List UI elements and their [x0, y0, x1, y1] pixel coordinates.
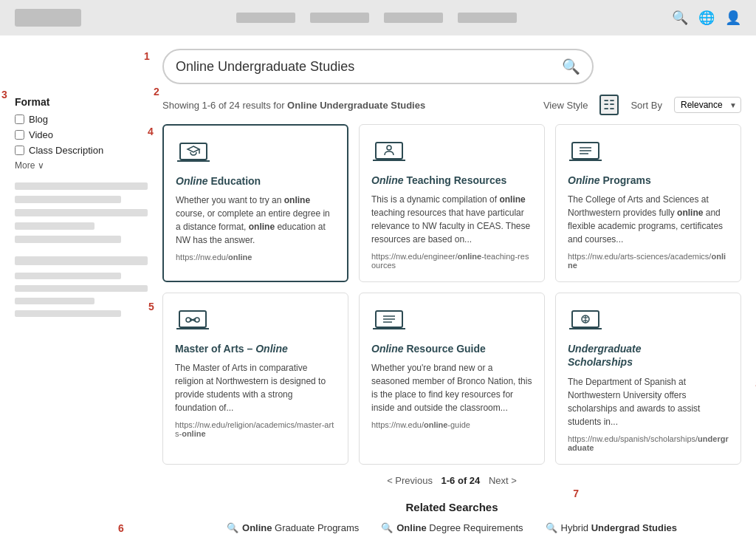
title-rest: Resource Guide [404, 343, 486, 355]
grid-view-button[interactable]: ☷ [599, 95, 619, 115]
filter-video: Video [15, 129, 148, 140]
card-master-arts[interactable]: 5 Master of Arts – Onlin [162, 293, 348, 464]
sidebar-format-title: Format [15, 96, 148, 108]
pagination: < Previous 1-6 of 24 Next > 7 [162, 465, 741, 493]
card-title: Online Programs [568, 174, 729, 187]
card-icon-laptop-list2 [371, 305, 407, 335]
skeleton-block [15, 285, 148, 292]
title-rest: Education [208, 175, 261, 187]
annotation-4: 4 [148, 126, 154, 137]
search-button[interactable]: 🔍 [562, 58, 580, 75]
title-highlight: Online [255, 343, 288, 355]
annotation-6: 6 [118, 522, 124, 534]
card-desc: Whether you want to try an online course… [176, 194, 335, 247]
sort-wrapper: Relevance Date Title ▼ [674, 97, 741, 113]
search-section: 1 🔍 [0, 35, 756, 89]
url-bold: online [228, 253, 252, 262]
filter-class-description-checkbox[interactable] [15, 146, 24, 155]
nav-item-3[interactable] [384, 13, 443, 23]
card-scholarships[interactable]: 8 UndergraduateScholarships [555, 293, 741, 464]
card-resource-guide[interactable]: Online Resource Guide Whether you're bra… [359, 293, 545, 464]
related-hl: Online [242, 522, 272, 533]
related-search-icon: 🔍 [546, 522, 557, 533]
related-hl: Online [396, 522, 426, 533]
filter-class-description-label: Class Description [29, 145, 103, 156]
card-online-programs[interactable]: Online Programs The College of Arts and … [555, 124, 741, 282]
related-search-icon: 🔍 [227, 522, 238, 533]
related-item-label: Hybrid Undergrad Studies [561, 522, 677, 533]
related-item-degree[interactable]: 🔍 Online Degree Requirements [381, 522, 523, 533]
related-hl: Undergrad Studies [591, 522, 677, 533]
related-searches-title: Related Searches [162, 501, 741, 513]
card-url: https://nw.edu/religion/academics/master… [175, 420, 336, 438]
results-area: 2 Showing 1-6 of 24 results for Online U… [162, 89, 741, 540]
card-icon-laptop-scissors [175, 305, 210, 335]
card-icon-laptop-money [568, 305, 603, 335]
filter-video-label: Video [29, 129, 53, 140]
card-title: Online Education [176, 174, 335, 188]
title-highlight: Online [176, 175, 208, 187]
globe-icon[interactable]: 🌐 [698, 10, 715, 26]
header-logo [15, 9, 81, 27]
skeleton-line [15, 236, 121, 243]
skeleton-block [15, 298, 94, 304]
title-highlight: UndergraduateScholarships [568, 343, 642, 368]
nav-item-4[interactable] [458, 13, 517, 23]
card-title: UndergraduateScholarships [568, 342, 729, 369]
related-item-label: Online Degree Requirements [396, 522, 523, 533]
url-bold: online [424, 420, 447, 429]
card-url: https://nw.edu/arts-sciences/academics/o… [568, 252, 729, 270]
title-highlight: Online [568, 174, 600, 186]
user-icon[interactable]: 👤 [725, 10, 741, 26]
card-title: Online Resource Guide [371, 342, 532, 355]
pagination-next[interactable]: Next > [489, 475, 517, 486]
search-bar: 🔍 [162, 49, 594, 84]
nav-item-1[interactable] [236, 13, 295, 23]
card-teaching-resources[interactable]: Online Teaching Resources This is a dyna… [359, 124, 545, 282]
cards-grid: 4 Online Education [162, 124, 741, 465]
nav-item-2[interactable] [310, 13, 369, 23]
url-bold: online [458, 252, 481, 261]
filter-blog-label: Blog [29, 114, 48, 125]
desc-bold: online [284, 195, 310, 205]
filter-blog: Blog [15, 114, 148, 125]
card-url: https://nw.edu/spanish/scholarships/unde… [568, 434, 729, 452]
search-input[interactable] [176, 59, 562, 75]
desc-bold: online [677, 208, 703, 218]
filter-video-checkbox[interactable] [15, 130, 24, 140]
title-rest: Programs [600, 174, 651, 186]
view-style-label: View Style [543, 100, 588, 111]
annotation-3: 3 [1, 89, 7, 100]
card-online-education[interactable]: Online Education Whether you want to try… [162, 124, 348, 282]
related-searches: Related Searches 6 🔍 Online Graduate Pro… [162, 493, 741, 540]
filter-blog-checkbox[interactable] [15, 115, 24, 124]
sort-label: Sort By [630, 100, 662, 111]
svg-rect-12 [179, 311, 206, 327]
skeleton-line [15, 196, 121, 203]
sort-select[interactable]: Relevance Date Title [674, 97, 741, 113]
header-nav [236, 13, 517, 23]
svg-point-6 [387, 146, 391, 150]
related-item-hybrid[interactable]: 🔍 Hybrid Undergrad Studies [546, 522, 677, 533]
sidebar-more[interactable]: More ∨ [15, 160, 148, 171]
annotation-2: 2 [154, 86, 159, 98]
skeleton-block [15, 256, 148, 265]
related-search-icon: 🔍 [381, 522, 393, 533]
main-layout: 3 Format Blog Video Class Description Mo… [0, 89, 756, 540]
results-controls: View Style ☷ Sort By Relevance Date Titl… [543, 95, 741, 115]
filter-class-description: Class Description [15, 145, 148, 156]
svg-marker-2 [188, 146, 199, 152]
url-bold: undergraduate [568, 434, 729, 452]
search-icon[interactable]: 🔍 [672, 10, 688, 26]
pagination-range: 1-6 of 24 [441, 475, 481, 486]
title-highlight: Online [371, 174, 404, 186]
view-style-grid: ☷ [599, 95, 619, 115]
annotation-5: 5 [148, 301, 154, 312]
pagination-prev[interactable]: < Previous [387, 475, 433, 486]
card-icon-laptop-list [568, 137, 603, 166]
sidebar: 3 Format Blog Video Class Description Mo… [15, 89, 148, 540]
annotation-1: 1 [144, 50, 150, 62]
skeleton-block [15, 273, 121, 279]
related-item-graduate[interactable]: 🔍 Online Graduate Programs [227, 522, 359, 533]
card-url: https://nw.edu/engineer/online-teaching-… [371, 252, 532, 270]
